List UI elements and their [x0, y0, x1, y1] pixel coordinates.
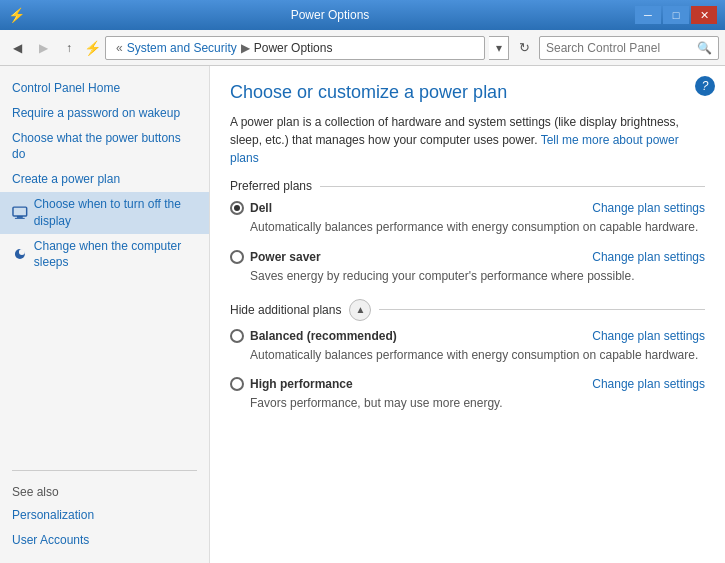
sidebar: Control Panel Home Require a password on… — [0, 66, 210, 563]
plan-dell-name: Dell — [250, 201, 272, 215]
plan-highperf-name: High performance — [250, 377, 353, 391]
plan-item-dell: Dell Change plan settings Automatically … — [230, 201, 705, 236]
plan-balanced-radio[interactable] — [230, 329, 244, 343]
svg-point-4 — [19, 249, 25, 255]
plan-highperf-name-row: High performance — [230, 377, 353, 391]
control-panel-home-label: Control Panel Home — [12, 80, 120, 97]
sidebar-item-power-buttons[interactable]: Choose what the power buttons do — [0, 126, 209, 168]
plan-balanced-header: Balanced (recommended) Change plan setti… — [230, 329, 705, 343]
search-icon: 🔍 — [697, 41, 712, 55]
address-bar: ◀ ▶ ↑ ⚡ « System and Security ▶ Power Op… — [0, 30, 725, 66]
plan-highperf-change-link[interactable]: Change plan settings — [592, 377, 705, 391]
forward-button[interactable]: ▶ — [32, 37, 54, 59]
plan-item-high-performance: High performance Change plan settings Fa… — [230, 377, 705, 412]
sidebar-item-user-accounts[interactable]: User Accounts — [0, 528, 209, 553]
user-accounts-label: User Accounts — [12, 532, 89, 549]
window-controls: ─ □ ✕ — [635, 6, 717, 24]
plan-highperf-desc: Favors performance, but may use more ene… — [230, 395, 705, 412]
collapse-button[interactable]: ▲ — [349, 299, 371, 321]
sidebar-separator — [12, 470, 197, 471]
sidebar-item-create-plan[interactable]: Create a power plan — [0, 167, 209, 192]
sidebar-item-personalization[interactable]: Personalization — [0, 503, 209, 528]
plan-balanced-desc: Automatically balances performance with … — [230, 347, 705, 364]
path-separator-1: « — [116, 41, 123, 55]
sidebar-item-computer-sleeps[interactable]: Change when the computer sleeps — [0, 234, 209, 276]
nav-icon: ⚡ — [84, 40, 101, 56]
sidebar-main-links: Control Panel Home Require a password on… — [0, 76, 209, 275]
search-input[interactable] — [546, 41, 697, 55]
plan-balanced-name: Balanced (recommended) — [250, 329, 397, 343]
search-box: 🔍 — [539, 36, 719, 60]
refresh-button[interactable]: ↻ — [513, 37, 535, 59]
sidebar-item-turn-off-display[interactable]: Choose when to turn off the display — [0, 192, 209, 234]
plan-saver-name: Power saver — [250, 250, 321, 264]
plan-saver-desc: Saves energy by reducing your computer's… — [230, 268, 705, 285]
plan-dell-name-row: Dell — [230, 201, 272, 215]
svg-rect-2 — [15, 218, 25, 219]
plan-balanced-change-link[interactable]: Change plan settings — [592, 329, 705, 343]
hide-additional-plans-header: Hide additional plans ▲ — [230, 299, 705, 321]
svg-rect-1 — [17, 216, 23, 218]
plan-item-balanced: Balanced (recommended) Change plan setti… — [230, 329, 705, 364]
require-password-label: Require a password on wakeup — [12, 105, 180, 122]
minimize-button[interactable]: ─ — [635, 6, 661, 24]
up-button[interactable]: ↑ — [58, 37, 80, 59]
maximize-button[interactable]: □ — [663, 6, 689, 24]
preferred-plans-header: Preferred plans — [230, 179, 705, 193]
path-system-security[interactable]: System and Security — [127, 41, 237, 55]
main-layout: Control Panel Home Require a password on… — [0, 66, 725, 563]
plan-highperf-radio[interactable] — [230, 377, 244, 391]
preferred-plans-label: Preferred plans — [230, 179, 312, 193]
hide-additional-label: Hide additional plans — [230, 303, 341, 317]
content-description: A power plan is a collection of hardware… — [230, 113, 705, 167]
power-buttons-label: Choose what the power buttons do — [12, 130, 197, 164]
plan-balanced-name-row: Balanced (recommended) — [230, 329, 397, 343]
plan-saver-name-row: Power saver — [230, 250, 321, 264]
plan-dell-desc: Automatically balances performance with … — [230, 219, 705, 236]
computer-sleeps-label: Change when the computer sleeps — [34, 238, 197, 272]
help-icon[interactable]: ? — [695, 76, 715, 96]
sidebar-item-control-panel-home[interactable]: Control Panel Home — [0, 76, 209, 101]
back-button[interactable]: ◀ — [6, 37, 28, 59]
content-title: Choose or customize a power plan — [230, 82, 705, 103]
close-button[interactable]: ✕ — [691, 6, 717, 24]
turn-off-display-label: Choose when to turn off the display — [34, 196, 197, 230]
plan-saver-change-link[interactable]: Change plan settings — [592, 250, 705, 264]
create-plan-label: Create a power plan — [12, 171, 120, 188]
plan-dell-header: Dell Change plan settings — [230, 201, 705, 215]
title-bar: ⚡ Power Options ─ □ ✕ — [0, 0, 725, 30]
svg-rect-0 — [13, 207, 27, 216]
path-separator-2: ▶ — [241, 41, 250, 55]
path-current: Power Options — [254, 41, 333, 55]
personalization-label: Personalization — [12, 507, 94, 524]
plan-highperf-header: High performance Change plan settings — [230, 377, 705, 391]
plan-item-power-saver: Power saver Change plan settings Saves e… — [230, 250, 705, 285]
plan-saver-radio[interactable] — [230, 250, 244, 264]
plan-dell-radio[interactable] — [230, 201, 244, 215]
path-dropdown-button[interactable]: ▾ — [489, 36, 509, 60]
content-area: ? Choose or customize a power plan A pow… — [210, 66, 725, 563]
address-path: « System and Security ▶ Power Options — [105, 36, 485, 60]
app-icon: ⚡ — [8, 7, 25, 23]
monitor-icon — [12, 204, 28, 222]
plan-saver-header: Power saver Change plan settings — [230, 250, 705, 264]
moon-icon — [12, 245, 28, 263]
window-title: Power Options — [25, 8, 635, 22]
plan-dell-change-link[interactable]: Change plan settings — [592, 201, 705, 215]
sidebar-item-require-password[interactable]: Require a password on wakeup — [0, 101, 209, 126]
sidebar-see-also-label: See also — [0, 481, 209, 503]
